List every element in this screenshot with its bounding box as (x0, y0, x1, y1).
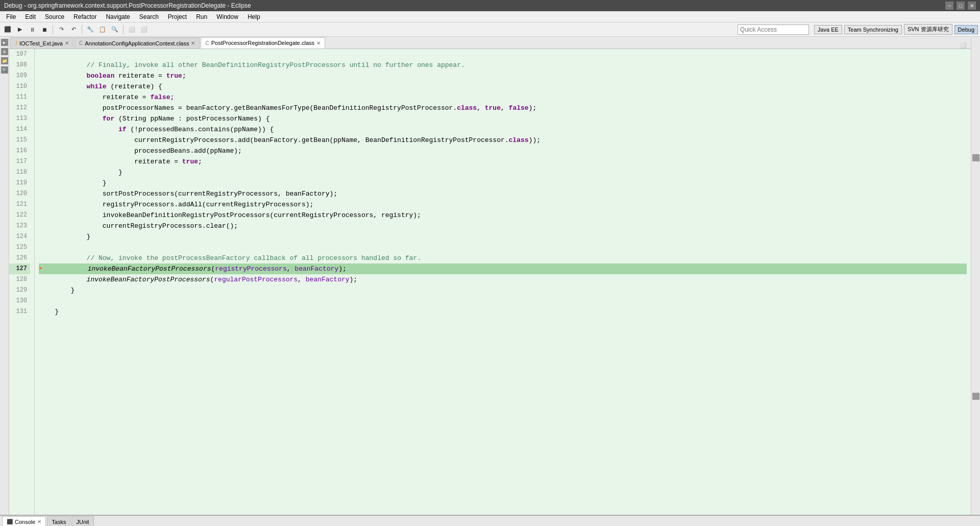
toolbar-btn-1[interactable]: ⬛ (2, 24, 13, 35)
ln-130: 130 (9, 296, 30, 306)
ln-122: 122 (9, 210, 30, 221)
code-line-124: } (39, 231, 967, 242)
ln-109: 109 (9, 70, 30, 81)
tab-ioct-ext-close[interactable]: ✕ (65, 40, 69, 46)
toolbar-sep-1 (53, 25, 53, 34)
right-toolbar: Java EE Team Synchronizing SVN 资源库研究 Deb… (814, 24, 978, 35)
toolbar-btn-5[interactable]: ↷ (56, 24, 67, 35)
debug-arrow-127: ➤ (39, 264, 43, 274)
menu-item-file[interactable]: File (2, 12, 20, 21)
tab-annotation-config-close[interactable]: ✕ (191, 40, 195, 46)
svn-perspective-btn[interactable]: SVN 资源库研究 (904, 24, 952, 35)
quick-access-box (738, 25, 809, 35)
quick-access-input[interactable] (738, 25, 809, 35)
tab-expand-btn[interactable]: ⬜ (960, 42, 971, 49)
code-line-120: sortPostProcessors(currentRegistryProces… (39, 188, 967, 199)
tab-postprocessor-label: PostProcessorRegistrationDelegate.class (211, 40, 314, 46)
code-lines: // Finally, invoke all other BeanDefinit… (35, 49, 971, 515)
tab-annotation-config[interactable]: C AnnotationConfigApplicationContext.cla… (75, 37, 200, 49)
tasks-tab[interactable]: Tasks (47, 516, 70, 526)
toolbar-btn-7[interactable]: 🔧 (85, 24, 96, 35)
code-line-127: ➤ invokeBeanFactoryPostProcessors(regist… (39, 264, 967, 274)
left-sidebar: ▶ ⚙ 📁 🔍 (0, 37, 9, 515)
toolbar-btn-8[interactable]: 📋 (97, 24, 108, 35)
ln-118: 118 (9, 167, 30, 178)
code-line-111: reiterate = false; (39, 92, 967, 103)
ln-108: 108 (9, 60, 30, 70)
code-editor[interactable]: 107 108 109 110 111 112 113 114 115 116 … (9, 49, 971, 515)
window-controls: ─ □ ✕ (945, 2, 976, 10)
toolbar-btn-11[interactable]: ⬜ (138, 24, 150, 35)
code-line-118: } (39, 167, 967, 178)
ln-111: 111 (9, 92, 30, 103)
ln-115: 115 (9, 135, 30, 146)
team-sync-perspective-btn[interactable]: Team Synchronizing (844, 25, 902, 34)
toolbar-btn-3[interactable]: ⏸ (27, 24, 38, 35)
console-tab-close[interactable]: ✕ (37, 519, 41, 524)
code-line-123: currentRegistryProcessors.clear(); (39, 221, 967, 231)
code-line-116: processedBeans.add(ppName); (39, 146, 967, 156)
menu-item-source[interactable]: Source (41, 12, 68, 21)
code-line-125 (39, 242, 967, 253)
console-tab[interactable]: ⬛ Console ✕ (2, 516, 46, 526)
ln-124: 124 (9, 231, 30, 242)
right-sidebar-icon-2[interactable] (972, 393, 979, 400)
ln-113: 113 (9, 113, 30, 124)
toolbar: ⬛ ▶ ⏸ ⏹ ↷ ↶ 🔧 📋 🔍 ⬜ ⬜ Java EE Team Synch… (0, 22, 980, 37)
tab-postprocessor[interactable]: C PostProcessorRegistrationDelegate.clas… (201, 37, 325, 49)
ln-117: 117 (9, 156, 30, 167)
sidebar-icon-4[interactable]: 🔍 (1, 66, 8, 74)
toolbar-btn-9[interactable]: 🔍 (109, 24, 120, 35)
code-line-119: } (39, 178, 967, 188)
menu-item-project[interactable]: Project (164, 12, 191, 21)
ln-112: 112 (9, 103, 30, 113)
code-line-117: reiterate = true; (39, 156, 967, 167)
toolbar-sep-2 (82, 25, 82, 34)
menu-item-edit[interactable]: Edit (21, 12, 40, 21)
ln-125: 125 (9, 242, 30, 253)
toolbar-sep-3 (123, 25, 124, 34)
toolbar-btn-10[interactable]: ⬜ (126, 24, 137, 35)
right-sidebar (971, 37, 980, 515)
bottom-panel: ⬛ Console ✕ Tasks JUnit ■ ✕ ⏸ 📋 📄 ◀ ▶ ⬛ … (0, 515, 980, 526)
title-bar: Debug - org.springframework.context.supp… (0, 0, 980, 11)
code-line-128: invokeBeanFactoryPostProcessors(regularP… (39, 274, 967, 285)
minimize-button[interactable]: ─ (945, 2, 953, 10)
sidebar-icon-3[interactable]: 📁 (1, 57, 8, 64)
close-button[interactable]: ✕ (968, 2, 976, 10)
tab-bar: J IOCTest_Ext.java ✕ C AnnotationConfigA… (9, 37, 971, 49)
menu-item-search[interactable]: Search (135, 12, 163, 21)
right-sidebar-icon-1[interactable] (972, 154, 979, 161)
sidebar-icon-1[interactable]: ▶ (1, 39, 8, 46)
code-line-130 (39, 296, 967, 306)
ln-119: 119 (9, 178, 30, 188)
code-line-122: invokeBeanDefinitionRegistryPostProcesso… (39, 210, 967, 221)
ln-116: 116 (9, 146, 30, 156)
tab-postprocessor-close[interactable]: ✕ (316, 40, 321, 46)
kw-boolean: boolean (39, 70, 114, 81)
menu-item-refactor[interactable]: Refactor (69, 12, 101, 21)
debug-perspective-btn[interactable]: Debug (954, 25, 978, 34)
toolbar-btn-2[interactable]: ▶ (14, 24, 26, 35)
toolbar-btn-4[interactable]: ⏹ (39, 24, 50, 35)
code-line-110: while (reiterate) { (39, 81, 967, 92)
ln-110: 110 (9, 81, 30, 92)
maximize-button[interactable]: □ (957, 2, 965, 10)
menu-item-window[interactable]: Window (212, 12, 242, 21)
toolbar-btn-6[interactable]: ↶ (68, 24, 79, 35)
menu-item-navigate[interactable]: Navigate (102, 12, 134, 21)
sidebar-icon-2[interactable]: ⚙ (1, 48, 8, 55)
title-text: Debug - org.springframework.context.supp… (4, 2, 251, 9)
code-line-108: // Finally, invoke all other BeanDefinit… (39, 60, 967, 70)
console-tab-label: Console (15, 519, 35, 525)
kw-while: while (39, 81, 107, 92)
menu-item-run[interactable]: Run (192, 12, 211, 21)
cm-108: // Finally, invoke all other BeanDefinit… (39, 60, 465, 70)
java-ee-perspective-btn[interactable]: Java EE (814, 25, 842, 34)
code-line-113: for (String ppName : postProcessorNames)… (39, 113, 967, 124)
menu-item-help[interactable]: Help (243, 12, 264, 21)
junit-tab[interactable]: JUnit (71, 516, 93, 526)
kw-true-109: true (166, 70, 182, 81)
tab-ioct-ext[interactable]: J IOCTest_Ext.java ✕ (10, 37, 74, 49)
ln-121: 121 (9, 199, 30, 210)
